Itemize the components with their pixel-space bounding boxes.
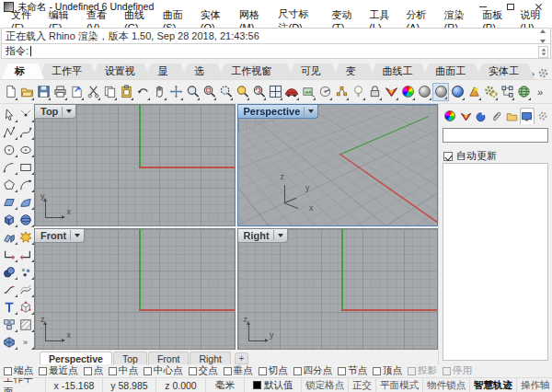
- checkbox-icon[interactable]: [4, 367, 12, 375]
- panel-tab-render-preview[interactable]: [520, 108, 535, 124]
- circle-arrow-button[interactable]: [316, 83, 333, 101]
- split-tool-button[interactable]: [17, 246, 34, 263]
- add-viewport-tab-button[interactable]: +: [235, 352, 248, 364]
- checkbox-icon[interactable]: [408, 367, 416, 375]
- patch-tool-button[interactable]: [17, 193, 34, 211]
- boolean-tool-button[interactable]: [1, 263, 17, 281]
- tab-surface-tools[interactable]: 曲面工具: [422, 63, 481, 79]
- checkbox-icon[interactable]: [259, 367, 267, 375]
- zoom-dynamic-button[interactable]: [184, 83, 201, 101]
- auto-update-checkbox-row[interactable]: 自动更新: [443, 149, 497, 163]
- print-button[interactable]: [52, 83, 68, 101]
- osnap-vertex[interactable]: 顶点: [373, 364, 402, 377]
- trim-tool-button[interactable]: [1, 246, 17, 263]
- nodes-button[interactable]: [333, 83, 350, 101]
- tab-display[interactable]: 显示: [144, 63, 187, 79]
- checkbox-checked-icon[interactable]: [443, 152, 453, 161]
- car-button[interactable]: [283, 83, 300, 101]
- osnap-intersection[interactable]: 交点: [189, 364, 218, 377]
- viewport-tab-front[interactable]: Front: [148, 352, 190, 364]
- osnap-perpendicular[interactable]: 垂点: [224, 364, 253, 377]
- viewport-title-front[interactable]: Front: [35, 229, 85, 243]
- corner-curve-tool-button[interactable]: [17, 176, 34, 193]
- block-tool-button[interactable]: [1, 316, 17, 333]
- flag-button[interactable]: [383, 83, 399, 101]
- arc-tool-button[interactable]: [1, 158, 17, 176]
- zoom-window-button[interactable]: [217, 83, 234, 101]
- lights-button[interactable]: [350, 83, 366, 101]
- options-button[interactable]: [482, 83, 499, 101]
- tab-select[interactable]: 选取: [181, 63, 224, 79]
- checkbox-icon[interactable]: [293, 367, 302, 375]
- osnap-knot[interactable]: 节点: [338, 364, 367, 377]
- cut-button[interactable]: [85, 83, 101, 101]
- gear-icon[interactable]: [537, 67, 549, 79]
- rotate-view-button[interactable]: [250, 83, 267, 101]
- checkbox-icon[interactable]: [189, 367, 197, 375]
- osnap-end[interactable]: 端点: [4, 364, 33, 377]
- cplane-pane[interactable]: 工作平面: [0, 378, 46, 392]
- toggle-osnap[interactable]: 物件锁点: [423, 378, 470, 392]
- units-pane[interactable]: 毫米: [206, 378, 245, 392]
- osnap-near[interactable]: 最近点: [39, 364, 78, 377]
- panel-tab-files[interactable]: [504, 108, 520, 124]
- checkbox-icon[interactable]: [144, 367, 152, 375]
- named-view-button[interactable]: [300, 83, 316, 101]
- curve-tool-button[interactable]: [17, 123, 34, 141]
- color-wheel-button[interactable]: [399, 83, 416, 101]
- checkbox-icon[interactable]: [338, 367, 346, 375]
- panel-tab-environment[interactable]: [473, 108, 489, 124]
- mesh-tool-button[interactable]: [1, 333, 17, 351]
- web-button[interactable]: [515, 83, 532, 101]
- sidebar-overflow[interactable]: »: [17, 333, 34, 351]
- render-button[interactable]: [449, 83, 466, 101]
- lock-button[interactable]: [366, 83, 383, 101]
- tab-cplane[interactable]: 工作平面: [39, 63, 98, 79]
- panel-tab-materials[interactable]: [458, 108, 474, 124]
- viewport-title-perspective[interactable]: Perspective: [238, 105, 319, 119]
- viewport-front[interactable]: z x Front: [34, 228, 236, 351]
- panel-search-input[interactable]: [443, 128, 548, 143]
- blend-curve-tool-button[interactable]: [1, 281, 17, 298]
- shade-mode-button[interactable]: [416, 83, 432, 101]
- osnap-disable[interactable]: 停用: [443, 364, 472, 377]
- viewport-title-right[interactable]: Right: [238, 229, 288, 243]
- checkbox-icon[interactable]: [84, 367, 92, 375]
- checkbox-icon[interactable]: [109, 367, 117, 375]
- checkbox-icon[interactable]: [39, 367, 47, 375]
- shaded-viewport-button[interactable]: [432, 83, 449, 101]
- box-tool-button[interactable]: [1, 211, 17, 228]
- pan-button[interactable]: [151, 83, 167, 101]
- viewport-tab-perspective[interactable]: Perspective: [40, 352, 112, 364]
- open-file-button[interactable]: [18, 83, 35, 101]
- point-tool-button[interactable]: [17, 106, 34, 123]
- viewport-layout-button[interactable]: [267, 83, 283, 101]
- viewport-right[interactable]: z y Right: [237, 228, 439, 351]
- polygon-tool-button[interactable]: [1, 176, 17, 193]
- tab-visibility[interactable]: 可见性: [288, 63, 339, 79]
- toggle-planar[interactable]: 平面模式: [376, 378, 423, 392]
- tab-curve-tools[interactable]: 曲线工具: [370, 63, 429, 79]
- tab-set-view[interactable]: 设置视图: [92, 63, 151, 79]
- viewport-tab-right[interactable]: Right: [190, 352, 231, 364]
- tab-transform[interactable]: 变动: [333, 63, 375, 79]
- rectangle-tool-button[interactable]: [17, 158, 34, 176]
- command-input[interactable]: 指令:: [1, 43, 551, 59]
- osnap-project[interactable]: 投影: [408, 364, 437, 377]
- command-input-spinner[interactable]: [538, 46, 548, 58]
- toggle-smart-track[interactable]: 智慧轨迹: [470, 378, 517, 392]
- zoom-selected-button[interactable]: [234, 83, 250, 101]
- osnap-tangent[interactable]: 切点: [259, 364, 288, 377]
- sphere-tool-button[interactable]: [17, 211, 34, 228]
- move-view-button[interactable]: [167, 83, 184, 101]
- viewport-title-top[interactable]: Top: [35, 105, 76, 119]
- surface-tool-button[interactable]: [1, 193, 17, 211]
- polyline-tool-button[interactable]: [1, 123, 17, 141]
- tab-viewport-layout[interactable]: 工作视窗配置: [218, 63, 293, 79]
- checkbox-icon[interactable]: [373, 367, 381, 375]
- viewport-top[interactable]: y x Top: [34, 104, 236, 226]
- explode-tool-button[interactable]: [17, 228, 34, 246]
- toggle-ortho[interactable]: 正交: [349, 378, 376, 392]
- tab-standard[interactable]: 标准: [2, 63, 44, 79]
- circle-tool-button[interactable]: [1, 141, 17, 158]
